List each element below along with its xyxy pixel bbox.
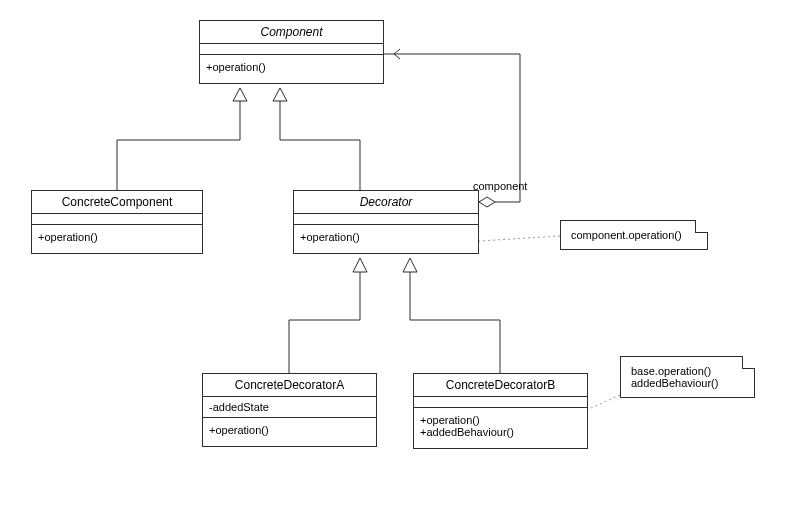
note-fold-icon xyxy=(696,220,708,232)
class-attrs-empty xyxy=(200,44,383,55)
class-title: ConcreteComponent xyxy=(32,191,202,214)
class-concrete-component: ConcreteComponent +operation() xyxy=(31,190,203,254)
class-attrs-empty xyxy=(294,214,478,225)
connectors-layer xyxy=(0,0,800,516)
gen-concretedecoratorb-decorator xyxy=(403,258,500,373)
svg-marker-2 xyxy=(353,258,367,272)
class-attrs-empty xyxy=(414,397,587,408)
note-fold-icon xyxy=(743,356,755,368)
gen-concretecomponent-component xyxy=(117,88,247,190)
aggregation-role-label: component xyxy=(473,180,527,192)
gen-concretedecoratora-decorator xyxy=(289,258,367,373)
class-ops: +operation() xyxy=(32,225,202,253)
svg-marker-0 xyxy=(233,88,247,101)
class-attrs: -addedState xyxy=(203,397,376,418)
class-ops: +operation() +addedBehaviour() xyxy=(414,408,587,448)
class-op: +operation() xyxy=(420,414,581,426)
class-op: +operation() xyxy=(209,424,370,436)
class-attr: -addedState xyxy=(209,401,370,413)
class-ops: +operation() xyxy=(203,418,376,446)
class-ops: +operation() xyxy=(294,225,478,253)
class-op: +addedBehaviour() xyxy=(420,426,581,438)
note-line: addedBehaviour() xyxy=(631,377,744,389)
uml-note-decorator-operation: component.operation() xyxy=(560,220,708,250)
class-title: Decorator xyxy=(294,191,478,214)
class-attrs-empty xyxy=(32,214,202,225)
class-op: +operation() xyxy=(206,61,377,73)
class-title: ConcreteDecoratorA xyxy=(203,374,376,397)
gen-decorator-component xyxy=(273,88,360,190)
note-line: component.operation() xyxy=(571,229,697,241)
class-title: Component xyxy=(200,21,383,44)
note-line: base.operation() xyxy=(631,365,744,377)
class-concrete-decorator-b: ConcreteDecoratorB +operation() +addedBe… xyxy=(413,373,588,449)
svg-marker-3 xyxy=(403,258,417,272)
class-component: Component +operation() xyxy=(199,20,384,84)
class-op: +operation() xyxy=(38,231,196,243)
class-concrete-decorator-a: ConcreteDecoratorA -addedState +operatio… xyxy=(202,373,377,447)
svg-marker-4 xyxy=(479,197,495,207)
class-op: +operation() xyxy=(300,231,472,243)
svg-marker-1 xyxy=(273,88,287,101)
class-decorator: Decorator +operation() xyxy=(293,190,479,254)
class-ops: +operation() xyxy=(200,55,383,83)
uml-canvas: component Component +operation() Concret… xyxy=(0,0,800,516)
class-title: ConcreteDecoratorB xyxy=(414,374,587,397)
uml-note-concretedecoratorb-operation: base.operation() addedBehaviour() xyxy=(620,356,755,398)
